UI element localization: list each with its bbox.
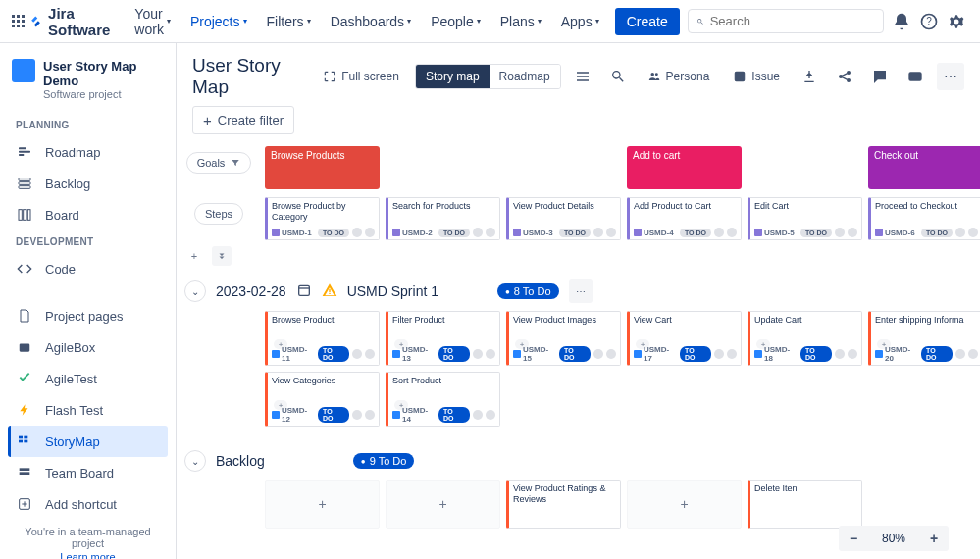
nav-dashboards[interactable]: Dashboards▾	[323, 10, 420, 33]
empty-add-card[interactable]: +	[386, 480, 500, 529]
sprint-menu[interactable]: ⋯	[569, 280, 593, 303]
project-title: User Story Map Demo	[43, 59, 164, 88]
story-card[interactable]: View Product Ratings & Reviews	[506, 480, 621, 529]
issue-button[interactable]: Issue	[725, 65, 788, 88]
sprint-date: 2023-02-28	[216, 283, 286, 299]
svg-rect-7	[19, 186, 30, 189]
nav-plans[interactable]: Plans▾	[492, 10, 549, 33]
sidebar-item-project-pages[interactable]: Project pages	[8, 300, 168, 331]
jira-logo[interactable]: Jira Software	[29, 5, 115, 38]
nav-people[interactable]: People▾	[423, 10, 489, 33]
story-card[interactable]: View Product Images + USMD-15TO DO	[506, 311, 621, 366]
page-title: User Story Map	[192, 55, 307, 98]
svg-point-24	[848, 79, 851, 82]
svg-rect-13	[24, 436, 27, 439]
sprint-collapse[interactable]: ⌄	[184, 280, 206, 302]
svg-rect-16	[20, 468, 30, 471]
filter-icon[interactable]	[231, 158, 240, 168]
group-planning: PLANNING	[8, 114, 168, 136]
apps-menu-icon[interactable]	[12, 10, 26, 33]
nav-your-work[interactable]: Your work▾	[127, 2, 179, 41]
svg-rect-17	[20, 472, 30, 475]
sidebar-item-flash-test[interactable]: Flash Test	[8, 394, 168, 426]
share-icon[interactable]	[831, 63, 858, 90]
story-card[interactable]: Filter Product + USMD-13TO DO	[386, 311, 500, 366]
sidebar-item-add-shortcut[interactable]: Add shortcut	[8, 488, 168, 520]
story-map-board: Goals Browse ProductsAdd to cartCheck ou…	[177, 142, 980, 529]
zoom-out[interactable]: −	[839, 526, 868, 551]
storymap-icon	[16, 432, 33, 450]
help-icon[interactable]: ?	[919, 8, 939, 35]
more-icon[interactable]: ⋯	[937, 63, 964, 90]
sidebar-item-agiletest[interactable]: AgileTest	[8, 363, 168, 394]
svg-rect-15	[24, 440, 27, 443]
filter-icon-2[interactable]	[239, 246, 259, 266]
zoom-value: 80%	[868, 532, 919, 545]
board-icon	[16, 206, 33, 224]
create-button[interactable]: Create	[615, 8, 680, 35]
nav-filters[interactable]: Filters▾	[259, 10, 319, 33]
page-icon	[16, 307, 33, 325]
story-card[interactable]: Browse Product + USMD-11TO DO	[265, 311, 380, 366]
sidebar-item-storymap[interactable]: StoryMap	[8, 426, 168, 457]
goal-card[interactable]: Check out	[868, 146, 980, 189]
add-row-icon[interactable]: +	[184, 246, 204, 266]
step-card[interactable]: Edit Cart USMD-5TO DO	[748, 197, 862, 240]
agiletest-icon	[16, 370, 33, 387]
svg-point-20	[654, 73, 657, 76]
learn-more-link[interactable]: Learn more	[14, 551, 162, 559]
flash-icon	[16, 401, 33, 419]
backlog-collapse[interactable]: ⌄	[184, 450, 206, 472]
story-card[interactable]: Update Cart + USMD-18TO DO	[748, 311, 862, 366]
step-card[interactable]: View Product Details USMD-3TO DO	[506, 197, 621, 240]
top-nav: Jira Software Your work▾ Projects▾ Filte…	[0, 0, 980, 43]
settings-icon[interactable]	[947, 8, 966, 35]
svg-rect-21	[736, 72, 745, 80]
sidebar-item-backlog[interactable]: Backlog	[8, 168, 168, 199]
story-card[interactable]: Delete Iten	[748, 480, 862, 529]
feedback-icon[interactable]	[866, 63, 894, 90]
sidebar-item-board[interactable]: Board	[8, 199, 168, 230]
step-card[interactable]: Proceed to Checkout USMD-6TO DO	[868, 197, 980, 240]
collapse-icon[interactable]	[212, 246, 232, 266]
goal-card[interactable]: Add to cart	[627, 146, 742, 189]
empty-add-card[interactable]: +	[627, 480, 742, 529]
sidebar-item-code[interactable]: Code	[8, 253, 168, 284]
backlog-icon	[16, 175, 33, 192]
story-map-tab[interactable]: Story map	[416, 65, 490, 88]
roadmap-tab[interactable]: Roadmap	[490, 65, 560, 88]
create-filter-button[interactable]: +Create filter	[192, 106, 294, 134]
story-card[interactable]: View Cart + USMD-17TO DO	[627, 311, 742, 366]
step-card[interactable]: Search for Products USMD-2TO DO	[386, 197, 500, 240]
notifications-icon[interactable]	[892, 8, 911, 35]
nav-apps[interactable]: Apps▾	[553, 10, 607, 33]
warning-icon	[322, 282, 337, 301]
search-icon[interactable]	[604, 63, 632, 90]
sidebar-item-roadmap[interactable]: Roadmap	[8, 136, 168, 168]
list-view-icon[interactable]	[569, 63, 596, 90]
export-icon[interactable]	[796, 63, 823, 90]
step-card[interactable]: Add Product to Cart USMD-4TO DO	[627, 197, 742, 240]
sidebar-item-agilebox[interactable]: AgileBox	[8, 331, 168, 363]
step-card[interactable]: Browse Product by Category USMD-1TO DO	[265, 197, 380, 240]
empty-add-card[interactable]: +	[265, 480, 380, 529]
card-icon[interactable]	[902, 63, 929, 90]
view-toggle: Story map Roadmap	[415, 64, 561, 89]
story-card[interactable]: View Categories + USMD-12TO DO	[265, 372, 380, 427]
sidebar: User Story Map Demo Software project PLA…	[0, 43, 177, 559]
zoom-control: − 80% +	[839, 526, 949, 551]
story-card[interactable]: Enter shipping Informa + USMD-20TO DO	[868, 311, 980, 366]
team-board-icon	[16, 464, 33, 482]
persona-button[interactable]: Persona	[640, 65, 718, 88]
sidebar-item-team-board[interactable]: Team Board	[8, 457, 168, 488]
goal-card[interactable]: Browse Products	[265, 146, 380, 189]
backlog-count: 9 To Do	[353, 453, 415, 469]
search-input[interactable]	[710, 14, 875, 28]
calendar-icon[interactable]	[296, 282, 312, 301]
search-box[interactable]	[688, 9, 884, 33]
fullscreen-button[interactable]: Full screen	[315, 65, 407, 88]
story-card[interactable]: Sort Product + USMD-14TO DO	[386, 372, 500, 427]
nav-projects[interactable]: Projects▾	[182, 10, 255, 33]
zoom-in[interactable]: +	[919, 526, 949, 551]
project-header[interactable]: User Story Map Demo Software project	[8, 59, 168, 114]
